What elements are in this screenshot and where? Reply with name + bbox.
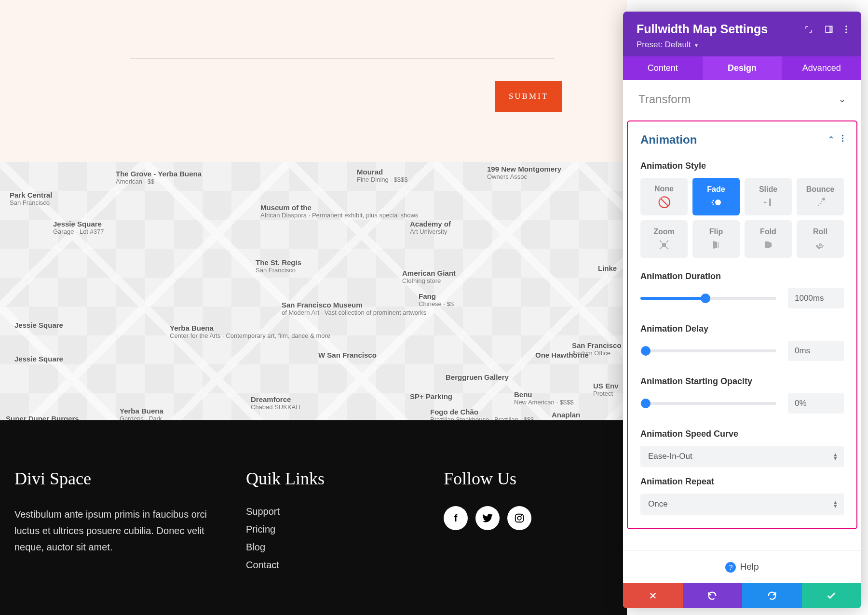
redo-button[interactable]: [742, 583, 802, 608]
select-arrows-icon: ▴▾: [834, 453, 837, 460]
style-fold[interactable]: Fold: [745, 220, 792, 258]
map-poi-label: SP+ Parking: [410, 392, 452, 401]
facebook-icon[interactable]: f: [444, 506, 468, 530]
svg-point-10: [842, 140, 843, 142]
transform-section-toggle[interactable]: Transform ⌄: [623, 80, 861, 119]
dock-icon[interactable]: [825, 25, 833, 34]
svg-point-5: [845, 25, 847, 27]
repeat-select[interactable]: Once ▴▾: [640, 494, 844, 515]
svg-point-13: [712, 202, 713, 203]
panel-body: Transform ⌄ Animation ⌃ Animation Style …: [623, 80, 861, 550]
style-fade[interactable]: Fade: [692, 178, 740, 215]
svg-point-1: [517, 516, 521, 520]
bounce-icon: [814, 197, 826, 208]
footer-link[interactable]: Contact: [246, 560, 415, 571]
style-flip[interactable]: Flip: [692, 220, 740, 258]
opacity-value[interactable]: 0%: [788, 393, 844, 414]
svg-point-8: [842, 135, 843, 136]
footer-desc: Vestibulum ante ipsum primis in faucibus…: [14, 506, 217, 555]
animation-style-label: Animation Style: [628, 161, 856, 171]
svg-point-9: [842, 137, 843, 139]
footer-link[interactable]: Pricing: [246, 524, 415, 535]
map-poi-label: DreamforceChabad SUKKAH: [251, 395, 300, 411]
map-poi-label: Academy ofArt University: [410, 220, 451, 235]
zoom-icon: [658, 239, 670, 251]
map-section[interactable]: The Grove - Yerba BuenaAmerican · $$Mour…: [0, 162, 627, 420]
map-poi-label: Jessie SquareGarage - Lot #377: [53, 220, 104, 235]
confirm-button[interactable]: [802, 583, 862, 608]
duration-value[interactable]: 1000ms: [788, 288, 844, 308]
animation-title[interactable]: Animation: [640, 133, 697, 147]
svg-point-12: [713, 200, 714, 201]
instagram-icon[interactable]: [507, 506, 531, 530]
delay-slider[interactable]: [640, 349, 776, 352]
help-row[interactable]: ?Help: [623, 550, 861, 583]
roll-icon: [814, 239, 826, 251]
delay-value[interactable]: 0ms: [788, 341, 844, 361]
section-kebab-icon[interactable]: [841, 134, 844, 145]
style-roll[interactable]: Roll: [797, 220, 844, 258]
preset-selector[interactable]: Preset: Default ▾: [637, 40, 848, 50]
map-poi-label: The Grove - Yerba BuenaAmerican · $$: [116, 170, 202, 185]
panel-title: Fullwidth Map Settings: [637, 22, 768, 36]
map-poi-label: San Francisco Museumof Modern Art · Vast…: [282, 301, 426, 316]
fold-icon: [762, 239, 774, 251]
animation-opacity-label: Animation Starting Opacity: [628, 376, 856, 387]
transform-label: Transform: [638, 93, 691, 106]
map-poi-label: MouradFine Dining · $$$$: [357, 168, 408, 183]
animation-section: Animation ⌃ Animation Style None 🚫 Fade: [627, 120, 857, 529]
tabbar: Content Design Advanced: [623, 56, 861, 80]
svg-point-16: [818, 205, 819, 206]
style-flip-label: Flip: [709, 227, 723, 236]
map-poi-label: Yerba BuenaGardens · Park: [120, 407, 163, 420]
submit-button[interactable]: SUBMIT: [495, 81, 562, 112]
svg-point-7: [845, 31, 847, 33]
map-poi-label: US EnvProtect: [593, 382, 619, 397]
style-roll-label: Roll: [813, 227, 827, 236]
style-zoom-label: Zoom: [653, 227, 675, 236]
map-poi-label: W San Francisco: [318, 351, 377, 359]
twitter-icon[interactable]: [475, 506, 500, 530]
preset-label: Preset:: [637, 40, 663, 49]
preset-value: Default: [665, 40, 691, 49]
duration-slider[interactable]: [640, 297, 776, 300]
svg-point-15: [822, 198, 825, 201]
map-poi-label: Anaplan: [552, 411, 580, 419]
map-poi-label: Jessie Square: [14, 321, 63, 329]
curve-select[interactable]: Ease-In-Out ▴▾: [640, 446, 844, 467]
tab-advanced[interactable]: Advanced: [782, 56, 861, 80]
undo-button[interactable]: [683, 583, 743, 608]
opacity-slider[interactable]: [640, 402, 776, 405]
ban-icon: 🚫: [658, 196, 671, 209]
svg-rect-4: [829, 26, 832, 33]
style-bounce[interactable]: Bounce: [797, 178, 844, 215]
svg-point-2: [521, 515, 522, 516]
flip-icon: [710, 239, 722, 251]
expand-icon[interactable]: [804, 25, 813, 34]
footer-link[interactable]: Support: [246, 506, 415, 517]
style-zoom[interactable]: Zoom: [640, 220, 688, 258]
style-none[interactable]: None 🚫: [640, 178, 688, 215]
repeat-value: Once: [648, 499, 668, 509]
footer-link[interactable]: Blog: [246, 542, 415, 553]
help-icon: ?: [725, 562, 736, 573]
fade-icon: [710, 197, 722, 208]
chevron-up-icon[interactable]: ⌃: [827, 134, 835, 145]
textarea-underline: [130, 58, 555, 58]
svg-point-18: [821, 201, 822, 202]
map-poi-label: Linke: [598, 264, 617, 272]
style-slide[interactable]: Slide: [745, 178, 792, 215]
svg-point-6: [845, 28, 847, 30]
chevron-down-icon: ⌄: [839, 94, 846, 105]
animation-repeat-label: Animation Repeat: [628, 477, 856, 487]
footer-follow-title: Follow Us: [444, 468, 612, 489]
kebab-menu-icon[interactable]: [845, 25, 848, 34]
animation-delay-label: Animation Delay: [628, 324, 856, 334]
svg-rect-20: [718, 242, 719, 248]
cancel-button[interactable]: [623, 583, 683, 608]
caret-down-icon: ▾: [695, 42, 698, 49]
form-section: SUBMIT: [0, 0, 627, 162]
tab-content[interactable]: Content: [623, 56, 703, 80]
tab-design[interactable]: Design: [703, 56, 782, 80]
map-roads-overlay: [0, 162, 627, 420]
